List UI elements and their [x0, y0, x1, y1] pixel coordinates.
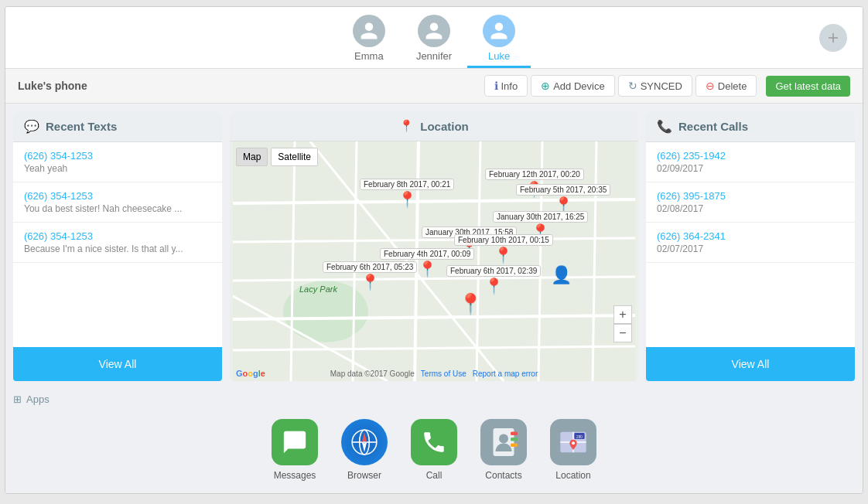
zoom-out-button[interactable]: −	[613, 324, 632, 342]
map-container[interactable]: Lacy Park Map Satellite February 8th 201…	[230, 141, 638, 381]
recent-texts-header: 💬 Recent Texts	[13, 111, 222, 142]
text-preview-3: Because I'm a nice sister. Is that all y…	[24, 243, 211, 254]
add-device-label: Add Device	[553, 80, 604, 92]
main-content: 💬 Recent Texts (626) 354-1253 Yeah yeah …	[5, 104, 863, 389]
call-phone-3: (626) 364-2341	[657, 230, 844, 242]
texts-view-all-button[interactable]: View All	[13, 347, 222, 381]
luke-avatar	[483, 15, 515, 47]
add-device-button[interactable]: ⊕ Add Device	[531, 75, 614, 97]
zoom-in-button[interactable]: +	[613, 305, 632, 324]
app-item-call[interactable]: Call	[411, 419, 457, 481]
recent-calls-panel: 📞 Recent Calls (626) 235-1942 02/09/2017…	[646, 111, 855, 381]
emma-tab-label: Emma	[354, 50, 384, 62]
svg-point-34	[572, 441, 575, 444]
calls-view-all-button[interactable]: View All	[646, 347, 855, 381]
apps-section: ⊞ Apps Messages	[5, 389, 863, 493]
messages-app-label: Messages	[274, 470, 316, 481]
text-item[interactable]: (626) 354-1253 You da best sister! Nah c…	[13, 182, 222, 223]
text-preview-2: You da best sister! Nah cheesecake ...	[24, 203, 211, 214]
call-phone-1: (626) 235-1942	[657, 150, 844, 162]
call-item[interactable]: (626) 395-1875 02/08/2017	[646, 182, 855, 223]
pin-label-3: February 5th 2017, 20:35	[516, 184, 610, 196]
pin-marker-6: 📍	[494, 247, 513, 263]
tab-jennifer[interactable]: Jennifer	[401, 15, 467, 68]
satellite-view-button[interactable]: Satellite	[271, 148, 318, 166]
call-item[interactable]: (626) 235-1942 02/09/2017	[646, 142, 855, 182]
terms-of-use-link[interactable]: Terms of Use	[421, 369, 466, 378]
delete-button[interactable]: ⊖ Delete	[695, 75, 757, 97]
add-icon: ⊕	[541, 80, 550, 92]
report-map-error-link[interactable]: Report a map error	[473, 369, 538, 378]
recent-texts-panel: 💬 Recent Texts (626) 354-1253 Yeah yeah …	[13, 111, 222, 381]
svg-text:280: 280	[576, 435, 583, 439]
sync-button[interactable]: ↻ SYNCED	[618, 75, 692, 97]
jennifer-tab-label: Jennifer	[416, 50, 452, 62]
svg-marker-20	[362, 432, 367, 442]
delete-label: Delete	[718, 80, 747, 92]
pin-label-1: February 8th 2017, 00:21	[360, 179, 454, 190]
current-location-pin[interactable]: 📍	[458, 292, 483, 316]
phone-icon: 📞	[657, 119, 672, 134]
zoom-controls: + −	[613, 305, 632, 342]
recent-texts-title: Recent Texts	[46, 120, 117, 133]
svg-rect-25	[511, 432, 518, 436]
recent-calls-header: 📞 Recent Calls	[646, 111, 855, 142]
toolbar: Luke's phone ℹ Info ⊕ Add Device ↻ SYNCE…	[5, 69, 863, 104]
chat-icon: 💬	[24, 119, 39, 134]
pin-label-2: February 12th 2017, 00:20	[485, 169, 584, 180]
pin-label-9: February 6th 2017, 02:39	[446, 265, 541, 277]
app-item-messages[interactable]: Messages	[272, 419, 318, 481]
pin-marker-8: 📍	[361, 274, 380, 290]
text-phone-1: (626) 354-1253	[24, 150, 211, 162]
pin-label-4: January 30th 2017, 16:25	[493, 211, 588, 223]
call-date-1: 02/09/2017	[657, 163, 844, 174]
sync-label: SYNCED	[641, 80, 682, 92]
google-logo: Google	[236, 369, 265, 378]
map-pin-8[interactable]: February 6th 2017, 05:23 📍	[323, 261, 417, 290]
map-data-text: Map data ©2017 Google	[330, 369, 415, 378]
contacts-app-label: Contacts	[485, 470, 521, 481]
pin-label-8: February 6th 2017, 05:23	[323, 261, 417, 273]
call-item[interactable]: (626) 364-2341 02/07/2017	[646, 223, 855, 263]
get-latest-button[interactable]: Get latest data	[766, 76, 850, 97]
svg-point-24	[499, 434, 508, 444]
location-pin-icon: 📍	[399, 119, 414, 133]
location-panel: 📍 Location	[230, 111, 638, 381]
map-view-button[interactable]: Map	[236, 148, 268, 166]
map-pin-9[interactable]: February 6th 2017, 02:39 📍	[446, 265, 541, 294]
call-phone-2: (626) 395-1875	[657, 190, 844, 202]
text-item[interactable]: (626) 354-1253 Because I'm a nice sister…	[13, 223, 222, 263]
map-pin-1[interactable]: February 8th 2017, 00:21 📍	[360, 179, 454, 207]
apps-header: ⊞ Apps	[13, 393, 855, 405]
apps-title: Apps	[26, 393, 50, 405]
info-button[interactable]: ℹ Info	[484, 75, 528, 97]
app-item-contacts[interactable]: Contacts	[480, 419, 527, 481]
pin-marker-7: 📍	[418, 261, 437, 277]
text-preview-1: Yeah yeah	[24, 163, 211, 174]
emma-avatar	[353, 15, 385, 47]
apps-grid-icon: ⊞	[13, 393, 22, 405]
svg-rect-26	[511, 438, 518, 441]
info-icon: ℹ	[494, 80, 498, 92]
text-list: (626) 354-1253 Yeah yeah (626) 354-1253 …	[13, 142, 222, 347]
delete-icon: ⊖	[706, 80, 715, 92]
svg-rect-27	[511, 444, 518, 448]
call-app-icon	[411, 419, 457, 465]
tab-luke[interactable]: Luke	[467, 15, 531, 68]
app-item-location[interactable]: 280 Location	[550, 419, 596, 481]
app-item-browser[interactable]: Browser	[341, 419, 388, 481]
tab-emma[interactable]: Emma	[337, 15, 401, 68]
text-phone-2: (626) 354-1253	[24, 190, 211, 202]
call-app-label: Call	[426, 470, 443, 481]
add-user-button[interactable]	[819, 24, 847, 52]
text-item[interactable]: (626) 354-1253 Yeah yeah	[13, 142, 222, 182]
info-label: Info	[501, 80, 518, 92]
map-pin-3[interactable]: February 5th 2017, 20:35 📍	[516, 184, 610, 213]
jennifer-avatar	[418, 15, 450, 47]
call-date-3: 02/07/2017	[657, 243, 844, 254]
recent-calls-title: Recent Calls	[678, 120, 748, 133]
sync-icon: ↻	[628, 80, 637, 92]
browser-app-icon	[341, 419, 388, 465]
pin-marker-3: 📍	[554, 197, 573, 213]
text-phone-3: (626) 354-1253	[24, 230, 211, 242]
